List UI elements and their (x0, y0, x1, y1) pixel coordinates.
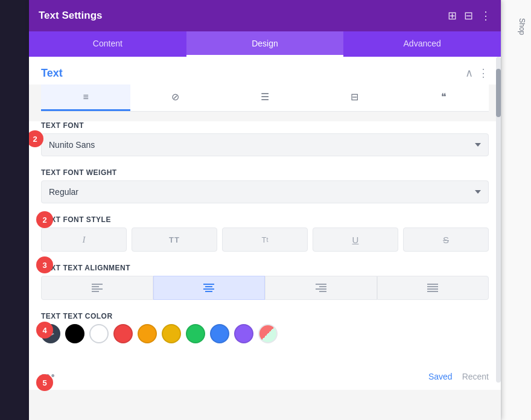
color-white-swatch[interactable] (89, 324, 109, 343)
form-section: 2 Text Font Nunito Sans Arial Georgia Te… (29, 121, 501, 365)
panel-content: Text ∧ ⋮ ≡ ⊘ ☰ ⊟ ❝ 2 Text Font (29, 57, 501, 420)
saved-recent-row: ••• Saved Recent (29, 365, 501, 390)
collapse-icon[interactable]: ∧ (465, 66, 473, 80)
tab-advanced[interactable]: Advanced (343, 31, 501, 57)
color-green-swatch[interactable] (186, 324, 205, 343)
tab-design[interactable]: Design (186, 31, 344, 57)
tab-content[interactable]: Content (29, 31, 186, 57)
step-2-container: 2 (36, 211, 53, 228)
panel-header: Text Settings ⊞ ⊟ ⋮ (29, 0, 501, 31)
svg-rect-2 (92, 288, 103, 290)
badge-2-outer: 2 (36, 211, 53, 228)
svg-rect-1 (92, 286, 99, 287)
step-3-container: 3 (36, 256, 53, 273)
svg-rect-14 (427, 288, 438, 290)
text-font-weight-label: Text Font Weight (41, 168, 489, 177)
right-panel-text: Shop (518, 18, 526, 35)
svg-rect-7 (205, 291, 212, 292)
more-icon[interactable]: ⋮ (480, 9, 491, 22)
color-purple-swatch[interactable] (234, 324, 253, 343)
svg-rect-6 (203, 288, 214, 290)
color-gradient-swatch[interactable] (258, 324, 278, 343)
badge-5-outer: 5 (36, 374, 53, 391)
align-center-button[interactable] (153, 276, 266, 300)
icon-tab-text[interactable]: ≡ (41, 84, 130, 111)
section-header: Text ∧ ⋮ (29, 57, 501, 84)
columns-icon[interactable]: ⊟ (464, 9, 473, 22)
panel-title: Text Settings (39, 10, 102, 22)
color-blue-swatch[interactable] (210, 324, 229, 343)
svg-rect-15 (427, 291, 438, 292)
text-font-style-group: Text Font Style I TT Tt U S (41, 215, 489, 252)
right-panel: Shop (501, 0, 531, 420)
icon-tab-quote[interactable]: ❝ (399, 84, 489, 111)
text-color-label: Text Text Color (41, 312, 489, 320)
saved-recent-links: Saved Recent (428, 372, 489, 381)
italic-button[interactable]: I (41, 228, 127, 252)
step-2-badge: 2 (29, 130, 43, 147)
recent-link[interactable]: Recent (462, 372, 489, 381)
icon-tab-row: ≡ ⊘ ☰ ⊟ ❝ (41, 84, 489, 112)
icon-tab-list[interactable]: ☰ (220, 84, 310, 111)
text-font-weight-group: Text Font Weight Regular Bold Light (41, 168, 489, 203)
section-title: Text (41, 67, 63, 80)
section-actions: ∧ ⋮ (465, 66, 489, 80)
scrollbar-thumb[interactable] (496, 69, 501, 117)
text-alignment-label: Text Text Alignment (41, 264, 489, 272)
step-4-container: 4 (36, 322, 53, 339)
settings-panel: Text Settings ⊞ ⊟ ⋮ Content Design Advan… (29, 0, 501, 420)
svg-rect-8 (316, 284, 326, 285)
color-red-swatch[interactable] (113, 324, 133, 343)
text-alignment-group: Text Text Alignment (41, 264, 489, 300)
font-style-buttons: I TT Tt U S (41, 228, 489, 252)
badge-2: 2 (29, 130, 43, 147)
svg-rect-4 (203, 284, 214, 285)
color-orange-swatch[interactable] (138, 324, 157, 343)
svg-rect-10 (316, 288, 326, 290)
svg-rect-3 (92, 291, 99, 292)
step-5-container: 5 (36, 374, 53, 391)
badge-3-outer: 3 (36, 256, 53, 273)
strikethrough-button[interactable]: S (403, 228, 489, 252)
svg-rect-5 (205, 286, 212, 287)
align-left-button[interactable] (41, 276, 153, 300)
color-black-swatch[interactable] (65, 324, 84, 343)
svg-rect-11 (319, 291, 326, 292)
section-menu-icon[interactable]: ⋮ (478, 66, 489, 80)
icon-tab-link[interactable]: ⊘ (130, 84, 220, 111)
align-justify-button[interactable] (377, 276, 489, 300)
text-font-style-label: Text Font Style (41, 215, 489, 224)
text-color-group: Text Text Color ✏ (41, 312, 489, 343)
lowercase-button[interactable]: Tt (222, 228, 308, 252)
badge-4-outer: 4 (36, 322, 53, 339)
alignment-buttons (41, 276, 489, 300)
underline-button[interactable]: U (313, 228, 398, 252)
tab-bar: Content Design Advanced (29, 31, 501, 57)
text-font-label: Text Font (41, 121, 489, 130)
svg-rect-13 (427, 286, 438, 287)
uppercase-button[interactable]: TT (132, 228, 217, 252)
scrollbar-track[interactable] (496, 57, 501, 383)
align-right-button[interactable] (265, 276, 377, 300)
color-yellow-swatch[interactable] (162, 324, 181, 343)
svg-rect-0 (92, 284, 103, 285)
svg-rect-12 (427, 284, 438, 285)
text-font-weight-select[interactable]: Regular Bold Light (41, 180, 489, 203)
text-font-select[interactable]: Nunito Sans Arial Georgia (41, 133, 489, 156)
left-sidebar (0, 0, 29, 420)
svg-rect-9 (319, 286, 326, 287)
saved-link[interactable]: Saved (428, 372, 453, 381)
header-icons: ⊞ ⊟ ⋮ (448, 9, 491, 22)
color-swatches: ✏ (41, 324, 489, 343)
expand-icon[interactable]: ⊞ (448, 9, 457, 22)
text-font-group: 2 Text Font Nunito Sans Arial Georgia (41, 121, 489, 156)
icon-tab-ol[interactable]: ⊟ (310, 84, 399, 111)
